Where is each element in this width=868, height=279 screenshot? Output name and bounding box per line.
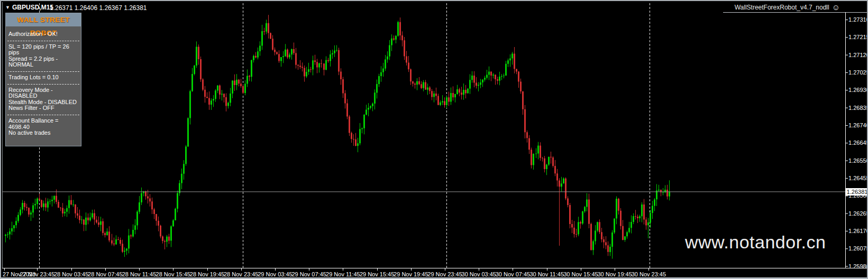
time-tick-label: 30 Nov 07:45 bbox=[496, 271, 530, 277]
time-tick-label: 30 Nov 19:45 bbox=[597, 271, 632, 277]
chart-title-symbol: GBPUSD,M15 bbox=[12, 4, 53, 11]
time-tick-label: 28 Nov 07:45 bbox=[88, 271, 122, 277]
ea-panel-body: Authorization - OK!SL = 120 pips / TP = … bbox=[6, 26, 81, 146]
separators-layer bbox=[40, 3, 650, 268]
panel-line: No active trades bbox=[8, 130, 78, 136]
time-tick-label: 30 Nov 03:45 bbox=[462, 271, 496, 277]
panel-separator bbox=[7, 115, 79, 115]
time-tick-label: 29 Nov 07:45 bbox=[291, 271, 326, 277]
panel-separator bbox=[7, 41, 79, 41]
time-tick-label: 30 Nov 11:45 bbox=[529, 271, 564, 277]
panel-line: Account Ballance = 4698.40 bbox=[8, 118, 78, 130]
ea-info-panel: WALL STREET ROBOT Authorization - OK!SL … bbox=[5, 13, 81, 146]
panel-section: Account Ballance = 4698.40No active trad… bbox=[6, 116, 81, 138]
down-candle-wicks bbox=[25, 15, 668, 256]
price-tick-label: 1.26265 bbox=[848, 210, 868, 217]
time-tick-label: 29 Nov 11:45 bbox=[326, 271, 360, 277]
price-tick-label: 1.26835 bbox=[848, 105, 868, 111]
panel-separator bbox=[7, 71, 79, 72]
time-tick-label: 28 Nov 23:45 bbox=[224, 271, 258, 277]
ea-name-text: WallStreetForexRobot_v4.7_nodll bbox=[735, 4, 829, 11]
time-tick-label: 30 Nov 23:45 bbox=[632, 271, 666, 277]
candles-layer bbox=[5, 15, 670, 258]
time-tick-label: 29 Nov 03:45 bbox=[258, 271, 292, 277]
panel-section: Trading Lots = 0.10 bbox=[6, 73, 81, 83]
panel-line: Recovery Mode - DISABLED bbox=[8, 87, 78, 99]
price-tick-label: 1.27120 bbox=[848, 52, 868, 58]
chart-title-ohlc: 1.26371 1.26406 1.26367 1.26381 bbox=[50, 4, 147, 12]
time-tick-label: 29 Nov 23:45 bbox=[427, 271, 462, 277]
time-tick-label: 30 Nov 15:45 bbox=[563, 271, 598, 277]
panel-line: Trading Lots = 0.10 bbox=[8, 75, 78, 81]
price-tick-label: 1.26740 bbox=[848, 122, 868, 128]
time-tick-label: 29 Nov 19:45 bbox=[394, 271, 428, 277]
panel-line: Spread = 2.2 pips - NORMAL bbox=[8, 56, 78, 68]
time-tick-label: 28 Nov 19:45 bbox=[190, 271, 224, 277]
price-tick-label: 1.26930 bbox=[848, 87, 868, 93]
time-tick-label: 28 Nov 03:45 bbox=[54, 271, 88, 277]
ea-name-label: WallStreetForexRobot_v4.7_nodll ☺ bbox=[735, 3, 840, 11]
price-tick-label: 1.25980 bbox=[848, 263, 868, 269]
down-candle-bodies bbox=[24, 22, 668, 252]
price-tick-label: 1.26455 bbox=[848, 175, 868, 181]
collapse-triangle-icon[interactable]: ▼ bbox=[5, 5, 10, 10]
watermark-text: www.notandor.cn bbox=[685, 232, 826, 253]
chart-window: ▼ GBPUSD,M15 1.26371 1.26406 1.26367 1.2… bbox=[0, 0, 868, 279]
panel-separator bbox=[7, 84, 79, 85]
price-tick-label: 1.26550 bbox=[848, 157, 868, 164]
time-tick-label: 27 Nov 23:45 bbox=[20, 271, 54, 277]
panel-line: News Filter - OFF bbox=[8, 105, 78, 111]
ea-smiley-icon[interactable]: ☺ bbox=[832, 3, 840, 11]
panel-line: Authorization - OK! bbox=[8, 31, 78, 38]
ea-panel-title: WALL STREET ROBOT bbox=[6, 13, 81, 26]
current-price-box: 1.26381 bbox=[846, 188, 868, 196]
price-tick-label: 1.27215 bbox=[848, 34, 868, 40]
price-tick-label: 1.27025 bbox=[848, 69, 868, 76]
panel-section: Recovery Mode - DISABLEDStealth Mode - D… bbox=[6, 86, 81, 114]
price-tick-label: 1.26075 bbox=[848, 245, 868, 252]
price-tick-label: 1.27310 bbox=[848, 16, 868, 23]
price-tick-label: 1.26645 bbox=[848, 140, 868, 146]
price-tick-label: 1.26170 bbox=[848, 228, 868, 234]
panel-section: SL = 120 pips / TP = 26 pipsSpread = 2.2… bbox=[6, 42, 81, 70]
time-tick-label: 29 Nov 15:45 bbox=[360, 271, 394, 277]
panel-line: SL = 120 pips / TP = 26 pips bbox=[8, 44, 78, 56]
frame-layer bbox=[2, 2, 868, 268]
time-tick-label: 28 Nov 11:45 bbox=[122, 271, 157, 277]
time-tick-label: 28 Nov 15:45 bbox=[156, 271, 190, 277]
